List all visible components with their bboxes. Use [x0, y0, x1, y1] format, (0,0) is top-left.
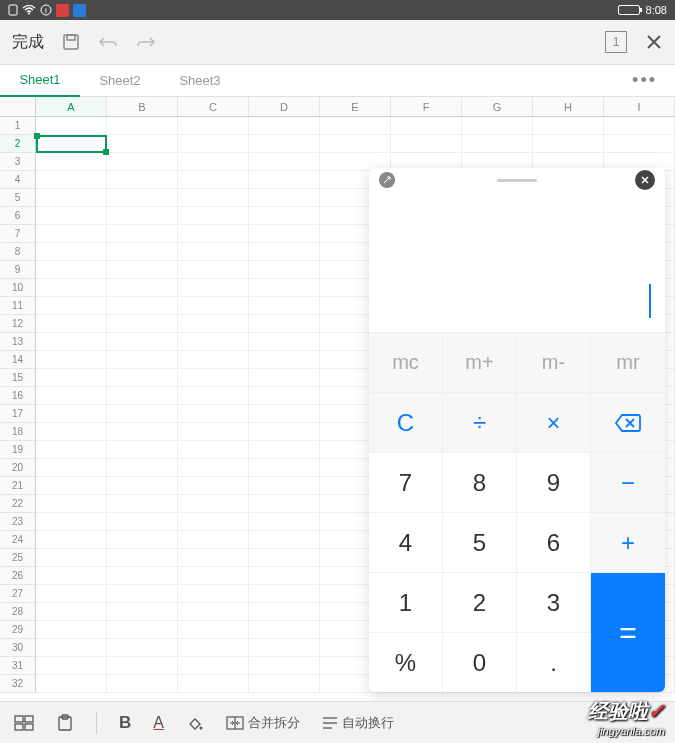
cell[interactable]	[36, 387, 107, 405]
cell[interactable]	[178, 441, 249, 459]
cell[interactable]	[36, 279, 107, 297]
cell[interactable]	[36, 243, 107, 261]
cell[interactable]	[249, 459, 320, 477]
cell[interactable]	[178, 279, 249, 297]
cell[interactable]	[178, 135, 249, 153]
cell[interactable]	[107, 441, 178, 459]
cell[interactable]	[107, 675, 178, 693]
cell[interactable]	[178, 153, 249, 171]
cell[interactable]	[178, 675, 249, 693]
cell[interactable]	[249, 315, 320, 333]
cell[interactable]	[36, 495, 107, 513]
row-header[interactable]: 6	[0, 207, 36, 225]
calc-plus-button[interactable]: +	[591, 512, 665, 572]
cell[interactable]	[249, 261, 320, 279]
cell[interactable]	[107, 315, 178, 333]
row-header[interactable]: 12	[0, 315, 36, 333]
cell[interactable]	[249, 441, 320, 459]
col-header-D[interactable]: D	[249, 97, 320, 116]
cell[interactable]	[320, 117, 391, 135]
cell[interactable]	[249, 549, 320, 567]
cell[interactable]	[36, 405, 107, 423]
cell[interactable]	[36, 621, 107, 639]
calc-9-button[interactable]: 9	[517, 452, 591, 512]
calc-close-icon[interactable]	[635, 170, 655, 190]
sheet-tab-3[interactable]: Sheet3	[160, 65, 240, 96]
cell[interactable]	[107, 351, 178, 369]
calc-percent-button[interactable]: %	[369, 632, 443, 692]
cell[interactable]	[107, 495, 178, 513]
cell[interactable]	[178, 207, 249, 225]
cell[interactable]	[249, 279, 320, 297]
cell[interactable]	[249, 171, 320, 189]
col-header-G[interactable]: G	[462, 97, 533, 116]
cell[interactable]	[178, 405, 249, 423]
cell[interactable]	[249, 621, 320, 639]
cell[interactable]	[462, 135, 533, 153]
cell[interactable]	[249, 153, 320, 171]
row-header[interactable]: 7	[0, 225, 36, 243]
cell[interactable]	[391, 135, 462, 153]
calc-3-button[interactable]: 3	[517, 572, 591, 632]
cell[interactable]	[178, 603, 249, 621]
col-header-I[interactable]: I	[604, 97, 675, 116]
sheet-tab-1[interactable]: Sheet1	[0, 64, 80, 97]
redo-icon[interactable]	[136, 34, 156, 50]
row-header[interactable]: 13	[0, 333, 36, 351]
cell[interactable]	[107, 423, 178, 441]
cell[interactable]	[249, 189, 320, 207]
cell[interactable]	[604, 135, 675, 153]
cell[interactable]	[178, 621, 249, 639]
cell[interactable]	[36, 189, 107, 207]
cell[interactable]	[604, 117, 675, 135]
cell[interactable]	[178, 351, 249, 369]
cell[interactable]	[533, 135, 604, 153]
row-header[interactable]: 9	[0, 261, 36, 279]
cell[interactable]	[36, 459, 107, 477]
row-header[interactable]: 1	[0, 117, 36, 135]
cell[interactable]	[107, 171, 178, 189]
cell[interactable]	[178, 297, 249, 315]
cell[interactable]	[36, 567, 107, 585]
cell[interactable]	[107, 603, 178, 621]
cell[interactable]	[178, 477, 249, 495]
cell[interactable]	[178, 657, 249, 675]
cell[interactable]	[36, 657, 107, 675]
col-header-A[interactable]: A	[36, 97, 107, 116]
cell[interactable]	[178, 549, 249, 567]
calc-backspace-button[interactable]	[591, 392, 665, 452]
cell[interactable]	[249, 333, 320, 351]
col-header-E[interactable]: E	[320, 97, 391, 116]
cell[interactable]	[178, 495, 249, 513]
cell[interactable]	[178, 387, 249, 405]
cell[interactable]	[36, 477, 107, 495]
cell[interactable]	[178, 315, 249, 333]
page-indicator[interactable]: 1	[605, 31, 627, 53]
cell[interactable]	[249, 657, 320, 675]
row-header[interactable]: 30	[0, 639, 36, 657]
sheet-tab-2[interactable]: Sheet2	[80, 65, 160, 96]
calc-0-button[interactable]: 0	[443, 632, 517, 692]
row-header[interactable]: 27	[0, 585, 36, 603]
calc-dot-button[interactable]: .	[517, 632, 591, 692]
calc-minus-button[interactable]: −	[591, 452, 665, 512]
cell[interactable]	[107, 387, 178, 405]
cell[interactable]	[249, 351, 320, 369]
row-header[interactable]: 16	[0, 387, 36, 405]
cell[interactable]	[249, 639, 320, 657]
cell[interactable]	[36, 549, 107, 567]
row-header[interactable]: 23	[0, 513, 36, 531]
row-header[interactable]: 29	[0, 621, 36, 639]
cell[interactable]	[107, 243, 178, 261]
cell[interactable]	[249, 297, 320, 315]
row-header[interactable]: 3	[0, 153, 36, 171]
cell[interactable]	[36, 225, 107, 243]
cell[interactable]	[36, 585, 107, 603]
row-header[interactable]: 24	[0, 531, 36, 549]
calc-equals-button[interactable]: =	[591, 572, 665, 692]
row-header[interactable]: 5	[0, 189, 36, 207]
calc-mr-button[interactable]: mr	[591, 332, 665, 392]
cell[interactable]	[107, 639, 178, 657]
cell[interactable]	[107, 513, 178, 531]
cell[interactable]	[178, 585, 249, 603]
